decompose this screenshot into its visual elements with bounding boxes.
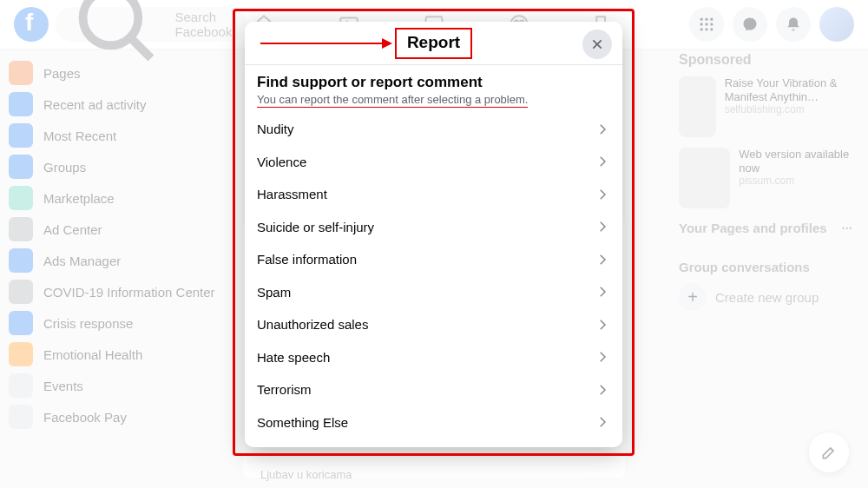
report-option-spam[interactable]: Spam <box>257 276 610 309</box>
dialog-subtext: You can report the comment after selecti… <box>257 93 528 108</box>
report-options-list: Nudity Violence Harassment Suicide or se… <box>257 113 610 439</box>
option-label: Terrorism <box>257 382 312 397</box>
dialog-title: Report <box>395 28 472 59</box>
chevron-right-icon <box>595 252 610 267</box>
chevron-right-icon <box>595 284 610 300</box>
report-option-harassment[interactable]: Harassment <box>257 178 610 211</box>
chevron-right-icon <box>595 349 610 365</box>
report-option-violence[interactable]: Violence <box>257 146 610 179</box>
option-label: Violence <box>257 155 306 169</box>
option-label: False information <box>257 252 357 267</box>
option-label: Unauthorized sales <box>257 317 368 332</box>
report-option-nudity[interactable]: Nudity <box>257 113 610 146</box>
option-label: Suicide or self-injury <box>257 220 374 234</box>
report-option-something-else[interactable]: Something Else <box>257 406 610 439</box>
chevron-right-icon <box>595 219 610 234</box>
option-label: Nudity <box>257 122 294 136</box>
chevron-right-icon <box>595 382 610 398</box>
chevron-right-icon <box>595 414 610 430</box>
close-icon <box>590 37 604 51</box>
option-label: Hate speech <box>257 350 330 365</box>
dialog-header: Report <box>245 22 622 65</box>
chevron-right-icon <box>595 187 610 202</box>
option-label: Something Else <box>257 415 348 430</box>
close-button[interactable] <box>582 30 612 59</box>
report-option-suicide[interactable]: Suicide or self-injury <box>257 211 610 244</box>
chevron-right-icon <box>595 122 610 137</box>
report-option-false-info[interactable]: False information <box>257 243 610 276</box>
report-dialog: Report Find support or report comment Yo… <box>245 22 622 447</box>
chevron-right-icon <box>595 154 610 169</box>
option-label: Harassment <box>257 187 327 201</box>
report-option-terrorism[interactable]: Terrorism <box>257 373 610 406</box>
dialog-heading: Find support or report comment <box>257 74 610 91</box>
report-option-hate-speech[interactable]: Hate speech <box>257 341 610 374</box>
option-label: Spam <box>257 285 291 300</box>
report-option-unauthorized-sales[interactable]: Unauthorized sales <box>257 308 610 341</box>
annotation-arrow <box>260 43 391 44</box>
chevron-right-icon <box>595 317 610 333</box>
